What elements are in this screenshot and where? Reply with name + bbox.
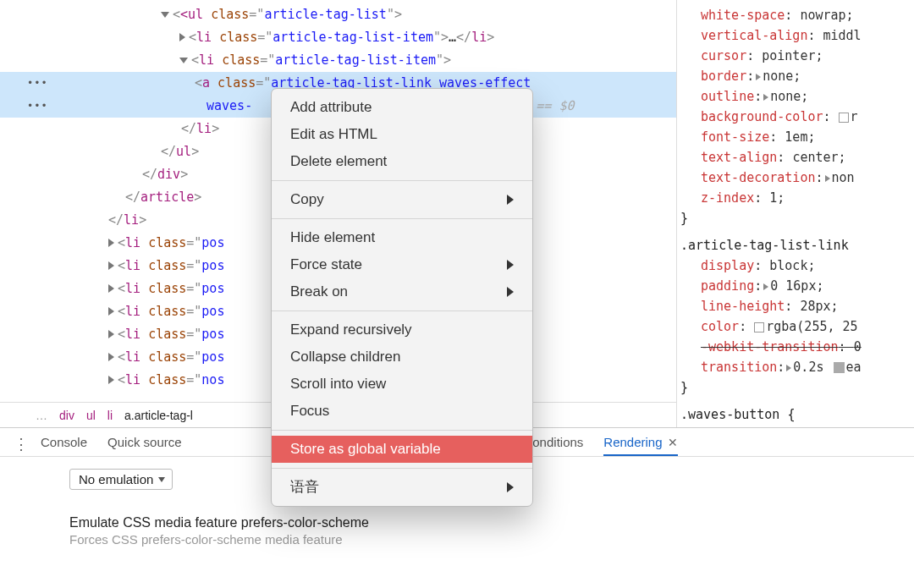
expand-icon[interactable] xyxy=(825,175,830,182)
ctx-edit-as-html[interactable]: Edit as HTML xyxy=(272,121,532,148)
expand-icon[interactable] xyxy=(763,283,768,290)
bezier-icon[interactable] xyxy=(834,362,845,373)
submenu-icon xyxy=(507,287,514,297)
twisty-icon[interactable] xyxy=(179,33,185,41)
tab-console[interactable]: Console xyxy=(41,435,87,449)
twisty-icon[interactable] xyxy=(108,376,114,384)
twisty-icon[interactable] xyxy=(108,261,114,270)
twisty-icon[interactable] xyxy=(108,330,114,338)
kebab-icon[interactable]: ⋮ xyxy=(14,435,29,453)
breadcrumb-ellipsis[interactable]: … xyxy=(36,409,47,422)
ctx-voice[interactable]: 语音 xyxy=(272,474,532,501)
dom-node-li-open[interactable]: <li class="article-tag-list-item"> xyxy=(0,49,676,72)
tab-rendering[interactable]: Rendering ✕ xyxy=(603,435,677,456)
styles-panel[interactable]: white-space: nowrap; vertical-align: mid… xyxy=(677,0,914,427)
twisty-icon[interactable] xyxy=(108,307,114,316)
ctx-collapse-children[interactable]: Collapse children xyxy=(272,343,532,371)
ctx-focus[interactable]: Focus xyxy=(272,398,532,425)
twisty-icon[interactable] xyxy=(108,353,114,361)
expand-icon[interactable] xyxy=(763,94,768,101)
css-rule[interactable]: .waves-button { padding: 0.85em 1.1e xyxy=(679,404,914,427)
tab-quick-source[interactable]: Quick source xyxy=(107,435,182,449)
setting-subtitle: Forces CSS prefers-color-scheme media fe… xyxy=(69,532,914,547)
ctx-add-attribute[interactable]: Add attribute xyxy=(272,94,532,121)
breadcrumb-ul[interactable]: ul xyxy=(86,409,96,422)
ctx-store-global-variable[interactable]: Store as global variable xyxy=(272,436,532,463)
css-rule[interactable]: .article-tag-list-link display: block; p… xyxy=(679,235,914,398)
close-icon[interactable]: ✕ xyxy=(668,436,678,449)
twisty-icon[interactable] xyxy=(179,58,188,63)
ctx-expand-recursively[interactable]: Expand recursively xyxy=(272,316,532,343)
emulation-select[interactable]: No emulation xyxy=(69,469,173,490)
expand-icon[interactable] xyxy=(786,365,791,371)
breadcrumb-active[interactable]: a.article-tag-l xyxy=(124,409,193,422)
chevron-down-icon xyxy=(158,477,165,482)
ctx-copy[interactable]: Copy xyxy=(272,186,532,213)
ctx-force-state[interactable]: Force state xyxy=(272,251,532,278)
ctx-hide-element[interactable]: Hide element xyxy=(272,224,532,251)
dom-node-ul[interactable]: <<ul class="article-tag-list"> xyxy=(0,3,676,26)
css-selector: .waves-button { xyxy=(680,407,795,422)
expand-icon[interactable] xyxy=(756,74,761,80)
css-rule[interactable]: white-space: nowrap; vertical-align: mid… xyxy=(679,5,914,228)
context-menu: Add attribute Edit as HTML Delete elemen… xyxy=(271,88,533,507)
submenu-icon xyxy=(507,195,514,205)
color-swatch-icon[interactable] xyxy=(754,322,764,332)
ctx-break-on[interactable]: Break on xyxy=(272,278,532,305)
submenu-icon xyxy=(507,482,514,492)
dom-node-li-collapsed[interactable]: <li class="article-tag-list-item">…</li> xyxy=(0,26,676,49)
css-selector: .article-tag-list-link xyxy=(680,238,849,253)
twisty-icon[interactable] xyxy=(161,12,169,18)
breadcrumb-li[interactable]: li xyxy=(107,409,113,422)
breadcrumb-div[interactable]: div xyxy=(59,409,74,422)
twisty-icon[interactable] xyxy=(108,284,114,293)
setting-title: Emulate CSS media feature prefers-color-… xyxy=(69,515,914,530)
ctx-scroll-into-view[interactable]: Scroll into view xyxy=(272,371,532,398)
ctx-delete-element[interactable]: Delete element xyxy=(272,148,532,175)
color-swatch-icon[interactable] xyxy=(839,113,849,123)
twisty-icon[interactable] xyxy=(108,239,114,247)
submenu-icon xyxy=(507,260,514,270)
